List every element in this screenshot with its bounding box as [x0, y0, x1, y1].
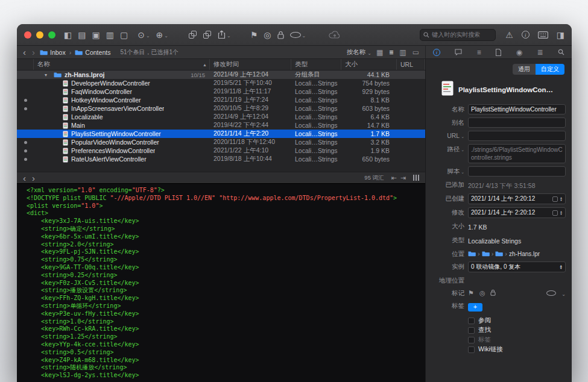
date-input[interactable]: 2021/ 1/14 上午 2:20:12▲▼ — [468, 207, 566, 218]
table-row[interactable]: DeveloperWindowController2019/5/21 下午10:… — [17, 79, 425, 87]
table-row[interactable]: Localizable2021/4/9 上午12:04Locali…String… — [17, 113, 425, 121]
close-button[interactable] — [24, 31, 31, 39]
tab-general[interactable]: 通用 — [513, 64, 536, 75]
list-tab-icon[interactable]: ≡ — [477, 48, 481, 57]
tag-checkbox[interactable] — [468, 346, 475, 353]
table-row[interactable]: ▾zh-Hans.lproj10/152021/4/9 上午12:04分组条目4… — [17, 70, 425, 79]
column-view-icon[interactable]: ▥ — [106, 31, 114, 39]
calendar-icon[interactable] — [552, 210, 558, 216]
gallery-view-button[interactable]: ▭ — [411, 48, 420, 57]
field-label: 位置 — [432, 249, 464, 258]
column-header-name[interactable]: 名称▲ — [34, 59, 210, 70]
sort-menu-button[interactable]: 按名称 ⌄ — [347, 48, 371, 57]
column-header-size[interactable]: 大小 — [341, 59, 397, 70]
date-input[interactable]: 2021/ 1/14 上午 2:20:12▲▼ — [468, 193, 566, 204]
copy-icon[interactable] — [189, 31, 197, 39]
inspector-icon-bar: i ≡ ◉ ≣ — [425, 46, 572, 58]
previous-result-icon[interactable]: ⇤ — [391, 174, 397, 182]
location-breadcrumb[interactable]: ›››zh-Hans.lpr — [468, 249, 566, 257]
warning-icon[interactable]: ⚠ — [505, 31, 513, 39]
breadcrumb-contents[interactable]: Contents — [75, 49, 110, 56]
instances-select[interactable]: 0 联动镜像, 0 复本▲▼ — [468, 261, 566, 272]
breadcrumb-inbox[interactable]: Inbox — [40, 49, 66, 56]
field-input[interactable]: PlaylistSettingWindowController — [468, 104, 566, 114]
field-input[interactable] — [468, 131, 566, 141]
mark-lock-icon[interactable] — [490, 289, 496, 297]
cloud-upload-icon[interactable] — [329, 31, 341, 39]
minimize-button[interactable] — [36, 31, 43, 39]
tag-item[interactable]: Wiki链接 — [468, 345, 566, 354]
row-type-cell: Locali…Strings — [291, 130, 341, 137]
list-view-icon[interactable]: ▤ — [78, 31, 86, 39]
next-result-icon[interactable]: ⇥ — [400, 174, 406, 182]
file-name: PlaylistSettingWindowController — [71, 130, 161, 137]
comments-tab-icon[interactable] — [455, 49, 462, 55]
mark-oval-icon[interactable] — [546, 290, 556, 296]
table-row[interactable]: InAppScreensaverViewController2020/10/5 … — [17, 104, 425, 113]
record-icon[interactable]: ◎ — [264, 31, 271, 39]
keyboard-icon[interactable] — [538, 31, 548, 39]
document-tab-icon[interactable] — [496, 49, 501, 56]
toggle-right-panel-icon[interactable]: ◨ — [557, 31, 564, 39]
tag-item[interactable]: 查找 — [468, 325, 566, 335]
tab-custom[interactable]: 自定义 — [536, 64, 564, 75]
share-icon[interactable]: ⌄ — [218, 30, 231, 39]
icon-view-button[interactable]: ▦ — [375, 48, 384, 57]
date-stepper[interactable]: ▲▼ — [560, 210, 563, 215]
column-header-type[interactable]: 类型 — [291, 59, 341, 70]
strings-file-icon — [63, 122, 68, 129]
column-header-url[interactable]: URL — [397, 59, 425, 70]
add-menu-button[interactable]: ⊕⌄ — [156, 31, 168, 39]
oval-menu-button[interactable]: ⌄ — [290, 32, 306, 38]
field-input[interactable] — [468, 166, 566, 177]
forward-button[interactable]: › — [31, 48, 36, 57]
flag-icon[interactable]: ⚑ — [250, 31, 258, 39]
tag-checkbox[interactable] — [468, 327, 475, 334]
column-header-mod[interactable]: 修改时间 — [210, 59, 291, 70]
table-row[interactable]: HotkeyWindowController2021/1/19 上午7:24Lo… — [17, 96, 425, 104]
inspector-field-path: 路径 ⌄./strings/6/PlaylistSettingWindowCon… — [432, 144, 566, 163]
code-forward-button[interactable]: › — [31, 174, 36, 183]
sort-label: 按名称 — [347, 48, 366, 57]
zoom-button[interactable] — [48, 31, 55, 39]
tag-checkbox[interactable] — [468, 318, 475, 324]
field-label: 已创建 — [432, 193, 464, 203]
add-tag-button[interactable]: + — [468, 303, 482, 312]
toggle-sidebar-icon[interactable]: ◧ — [64, 31, 72, 39]
disclosure-triangle-icon[interactable]: ▾ — [45, 72, 51, 78]
panel-view-icon[interactable]: ▢ — [120, 31, 128, 39]
table-row[interactable]: Main2019/4/22 下午2:44Locali…Strings14.7 K… — [17, 121, 425, 130]
columns-view-button[interactable]: ▥ — [398, 48, 407, 57]
tag-item[interactable]: 参阅 — [468, 316, 566, 325]
search-input[interactable] — [432, 31, 492, 38]
menu-tab-icon[interactable]: ≣ — [537, 48, 543, 57]
field-input[interactable] — [468, 117, 566, 128]
list-view-button[interactable]: ≡ — [388, 48, 394, 57]
table-row[interactable]: FaqWindowController2019/11/8 上午11:17Loca… — [17, 87, 425, 96]
duplicate-icon[interactable] — [203, 31, 212, 39]
filter-menu-button[interactable]: ⊙⌄ — [138, 31, 150, 39]
source-editor[interactable]: <?xml version="1.0" encoding="UTF-8"?><!… — [17, 184, 425, 382]
record-tab-icon[interactable]: ◉ — [516, 48, 522, 57]
info-icon[interactable]: i — [522, 31, 530, 39]
breadcrumb-label: Contents — [85, 49, 110, 56]
column-header-flag[interactable] — [17, 59, 34, 70]
mark-flag-icon[interactable]: ⚑ — [468, 289, 474, 297]
table-row[interactable]: PlaylistSettingWindowController2021/1/14… — [17, 130, 425, 138]
date-stepper[interactable]: ▲▼ — [560, 196, 563, 201]
search-field[interactable] — [420, 29, 496, 41]
calendar-icon[interactable] — [552, 196, 558, 202]
table-row[interactable]: RateUsAlertViewController2019/8/18 上午10:… — [17, 155, 425, 163]
line-wrap-icon[interactable] — [413, 175, 419, 181]
reader-view-icon[interactable]: ▣ — [92, 31, 100, 39]
code-back-button[interactable]: ‹ — [22, 174, 27, 183]
table-row[interactable]: PopularVideoWindowController2020/11/18 下… — [17, 138, 425, 146]
back-button[interactable]: ‹ — [22, 48, 27, 57]
table-row[interactable]: PreferencesWindowController2021/1/22 上午4… — [17, 146, 425, 155]
lock-icon[interactable] — [277, 31, 284, 39]
mark-record-icon[interactable]: ◎ — [479, 289, 485, 297]
search-tab-icon[interactable] — [558, 49, 564, 55]
tag-checkbox[interactable] — [468, 337, 475, 343]
info-tab-icon[interactable]: i — [433, 49, 440, 56]
tag-item[interactable]: 标签 — [468, 335, 566, 345]
